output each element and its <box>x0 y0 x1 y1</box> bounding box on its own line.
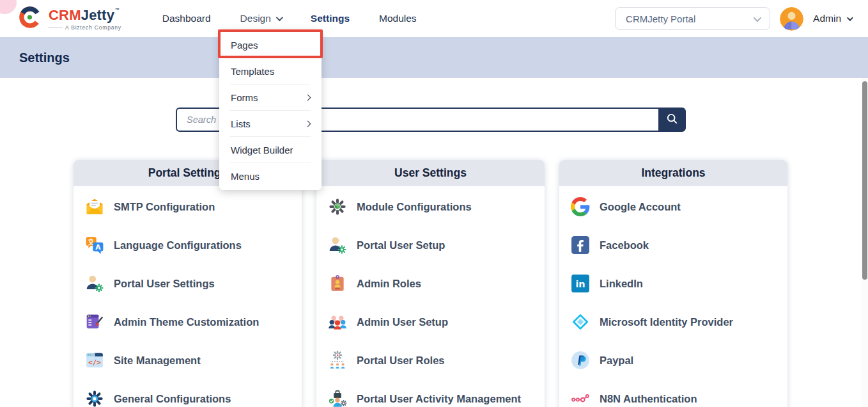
portal-select-value: CRMJetty Portal <box>626 13 695 24</box>
logo-text: CRMJetty™ A Biztech Company <box>49 7 121 31</box>
chevron-down-icon <box>276 14 283 21</box>
svg-text:</>: </> <box>88 358 100 367</box>
user-gear-icon <box>328 235 347 255</box>
settings-item-admin-user-setup[interactable]: Admin User Setup <box>316 303 545 341</box>
navbar-right: CRMJetty Portal Admin <box>615 7 851 31</box>
site-code-icon: </> <box>85 351 104 370</box>
settings-item-portal-user-activity-management[interactable]: Portal User Activity Management <box>316 379 545 407</box>
design-menu-item-lists[interactable]: Lists <box>219 111 322 136</box>
theme-brush-icon <box>85 312 104 331</box>
chevron-right-icon <box>305 120 311 127</box>
settings-item-label: N8N Authentication <box>600 393 697 405</box>
settings-item-general-configurations[interactable]: General Configurations <box>74 379 302 407</box>
nav-link-design-label: Design <box>240 13 271 24</box>
settings-item-label: Portal User Setup <box>357 239 445 251</box>
settings-item-label: Paypal <box>600 355 633 367</box>
user-gear-icon <box>85 274 104 293</box>
design-menu-item-templates[interactable]: Templates <box>219 58 322 84</box>
svg-text:A: A <box>95 243 101 251</box>
paypal-icon <box>571 351 590 370</box>
n8n-icon <box>571 389 590 407</box>
admin-user-menu[interactable]: Admin <box>813 13 851 24</box>
language-bubbles-icon: A <box>85 235 104 255</box>
settings-item-microsoft-identity-provider[interactable]: Microsoft Identity Provider <box>559 303 787 341</box>
page-title-band: Settings <box>0 37 868 78</box>
facebook-icon <box>571 235 590 255</box>
microsoft-identity-icon <box>571 312 590 331</box>
settings-item-label: Portal User Settings <box>114 278 215 290</box>
chevron-down-icon <box>754 13 762 22</box>
nav-link-modules[interactable]: Modules <box>379 13 417 24</box>
module-gear-cube-icon <box>328 197 347 216</box>
settings-item-label: Site Management <box>114 355 201 367</box>
settings-item-label: Portal User Activity Management <box>357 393 521 405</box>
settings-item-language-configurations[interactable]: A Language Configurations <box>74 226 302 264</box>
chevron-right-icon <box>305 94 311 100</box>
settings-item-label: Language Configurations <box>114 239 242 251</box>
user-group-icon <box>328 312 347 331</box>
settings-item-smtp-configuration[interactable]: SMTP Configuration <box>74 188 302 226</box>
google-icon <box>571 197 590 216</box>
design-menu-item-menus[interactable]: Menus <box>219 163 322 189</box>
settings-item-portal-user-setup[interactable]: Portal User Setup <box>316 226 545 264</box>
settings-item-label: General Configurations <box>114 393 231 405</box>
design-menu-item-widget-builder[interactable]: Widget Builder <box>219 137 322 163</box>
settings-item-label: Admin User Setup <box>357 316 448 328</box>
settings-item-portal-user-settings[interactable]: Portal User Settings <box>74 264 302 303</box>
design-menu-item-forms[interactable]: Forms <box>219 84 322 110</box>
logo-tagline: A Biztech Company <box>49 24 121 31</box>
logo-trademark: ™ <box>115 8 120 12</box>
settings-item-label: Admin Roles <box>357 278 421 290</box>
menu-item-label: Lists <box>231 118 251 129</box>
main-nav: Dashboard Design Settings Modules <box>162 13 417 24</box>
top-navbar: CRMJetty™ A Biztech Company Dashboard De… <box>0 0 868 37</box>
card-title: User Settings <box>316 160 545 186</box>
crmjetty-logo-icon <box>17 4 43 33</box>
settings-item-label: Google Account <box>600 201 681 213</box>
logo-brand-jetty: Jetty <box>81 7 114 24</box>
page-title: Settings <box>19 51 70 65</box>
card-title: Integrations <box>559 160 787 186</box>
settings-item-paypal[interactable]: Paypal <box>559 341 787 379</box>
scrollbar-thumb[interactable] <box>862 81 867 280</box>
settings-item-label: SMTP Configuration <box>114 201 215 213</box>
settings-item-admin-theme-customization[interactable]: Admin Theme Customization <box>74 303 302 341</box>
card-integrations: Integrations Google Account <box>559 160 787 407</box>
smtp-envelope-icon <box>85 197 104 216</box>
settings-item-label: LinkedIn <box>600 278 643 290</box>
settings-item-n8n-authentication[interactable]: N8N Authentication <box>559 379 787 407</box>
nav-link-design[interactable]: Design <box>240 13 281 24</box>
card-portal-settings: Portal Settings SMTP Configuration <box>74 160 302 407</box>
settings-item-portal-user-roles[interactable]: Portal User Roles <box>316 341 545 379</box>
avatar[interactable] <box>780 7 803 31</box>
settings-item-google-account[interactable]: Google Account <box>559 188 787 226</box>
id-badge-icon <box>328 274 347 293</box>
crmjetty-logo[interactable]: CRMJetty™ A Biztech Company <box>17 4 121 33</box>
menu-item-label: Widget Builder <box>231 145 293 156</box>
portal-select[interactable]: CRMJetty Portal <box>615 7 770 30</box>
svg-text:in: in <box>575 279 585 289</box>
activity-user-icon <box>328 389 347 407</box>
settings-item-module-configurations[interactable]: Module Configurations <box>316 188 545 226</box>
nav-link-settings[interactable]: Settings <box>311 13 350 24</box>
menu-item-label: Templates <box>231 66 274 77</box>
settings-gear-icon <box>85 389 104 407</box>
card-user-settings: User Settings Module Configurations <box>316 160 545 407</box>
logo-brand-crm: CRM <box>49 7 81 24</box>
settings-item-label: Portal User Roles <box>357 355 445 367</box>
settings-item-admin-roles[interactable]: Admin Roles <box>316 264 545 303</box>
nav-link-dashboard[interactable]: Dashboard <box>162 13 211 24</box>
chevron-down-icon <box>847 15 853 21</box>
menu-item-label: Forms <box>231 92 258 103</box>
settings-item-site-management[interactable]: </> Site Management <box>74 341 302 379</box>
settings-item-linkedin[interactable]: in LinkedIn <box>559 264 787 303</box>
admin-user-name: Admin <box>813 13 841 24</box>
search-button[interactable] <box>658 108 686 132</box>
settings-item-label: Microsoft Identity Provider <box>600 316 733 328</box>
linkedin-icon: in <box>571 274 590 293</box>
search-icon <box>666 113 678 127</box>
settings-card-grid: Portal Settings SMTP Configuration <box>74 160 787 407</box>
role-hierarchy-icon <box>328 351 347 370</box>
settings-item-label: Admin Theme Customization <box>114 316 259 328</box>
settings-item-facebook[interactable]: Facebook <box>559 226 787 264</box>
